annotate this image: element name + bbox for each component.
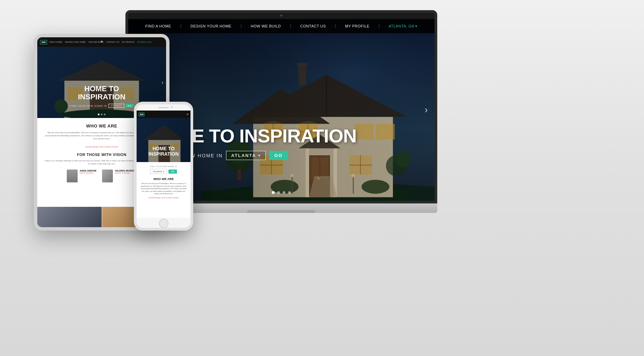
laptop-nav-how-we-build[interactable]: HOW WE BUILD [251, 24, 281, 28]
tablet-nav-my-profile[interactable]: MY PROFILE [122, 41, 134, 43]
phone-hero: HOME TO INSPIRATION [137, 118, 190, 162]
phone-content: FIND YOUR NEW HOME IN ATLANTA ▾ GO WHO W… [137, 162, 190, 218]
phone-hero-title: HOME TO INSPIRATION [137, 146, 190, 157]
tablet-member-title-2: Director of Design [115, 172, 137, 174]
laptop-nav-divider-5 [379, 24, 379, 28]
phone-hero-content: HOME TO INSPIRATION [137, 146, 190, 157]
tablet-avatar-placeholder-1 [67, 170, 78, 182]
laptop-nav-my-profile[interactable]: MY PROFILE [345, 24, 369, 28]
phone-hero-line1: HOME TO [153, 146, 175, 151]
tablet-subtitle-text: FIND YOUR NEW HOME IN [70, 105, 107, 107]
phone-body: AW ≡ HOME TO [134, 102, 193, 231]
phone-find-label: FIND YOUR NEW HOME IN [140, 165, 187, 167]
phone-city-row: ATLANTA ▾ GO [140, 169, 187, 174]
tablet-team-member-2: VALERIO MURARO Director of Design [102, 170, 137, 182]
laptop-camera [280, 15, 282, 17]
phone-city-selector[interactable]: ATLANTA ▾ [150, 169, 167, 174]
tablet-go-button[interactable]: GO [126, 104, 134, 107]
tablet-camera [101, 41, 103, 42]
laptop-nav-divider-1 [181, 24, 181, 28]
laptop-nav-divider-2 [241, 24, 241, 28]
tablet-bottom-img-1 [37, 207, 102, 227]
main-scene: FIND A HOME DESIGN YOUR HOME HOW WE BUIL… [0, 0, 644, 356]
tablet-member-info-1: ANNA SIMONE Interior Designer [80, 170, 97, 174]
tablet-hero-title-line2: INSPIRATION [78, 93, 125, 101]
tablet-nav-find-home[interactable]: FIND A HOME [49, 41, 62, 43]
laptop-navbar: FIND A HOME DESIGN YOUR HOME HOW WE BUIL… [128, 19, 435, 33]
tablet-avatar-placeholder-2 [102, 170, 113, 182]
tablet-city-selector[interactable]: ATLANTA [108, 104, 124, 108]
laptop-nav-divider-4 [335, 24, 336, 28]
tablet-carousel-dots [98, 114, 106, 115]
phone-go-button[interactable]: GO [168, 170, 177, 174]
phone-who-we-are-title: WHO WE ARE [140, 177, 187, 181]
laptop-city-chevron: ▾ [258, 154, 261, 157]
laptop-carousel-dots [272, 191, 291, 194]
laptop-dot-3[interactable] [283, 191, 285, 194]
tablet-dot-1[interactable] [98, 114, 100, 115]
phone-quote-author: Kenneth Balogh, CEO of Ashton Woods [140, 197, 187, 199]
tablet-dot-3[interactable] [104, 114, 106, 115]
tablet-hero-title-line1: HOME TO [84, 84, 119, 93]
laptop-nav-design-home[interactable]: DESIGN YOUR HOME [190, 24, 232, 28]
phone-hero-line2: INSPIRATION [148, 151, 179, 157]
laptop-arrow-right[interactable]: › [425, 104, 428, 115]
phone-city-chevron: ▾ [163, 170, 164, 173]
laptop-go-button[interactable]: GO [269, 151, 288, 160]
laptop-dot-2[interactable] [277, 191, 280, 194]
tablet-nav-location[interactable]: ATLANTA, GA ▾ [137, 41, 152, 43]
tablet-member-title-1: Interior Designer [80, 172, 97, 174]
phone-device: AW ≡ HOME TO [134, 102, 193, 231]
phone-home-button[interactable] [159, 219, 168, 228]
tablet-nav-contact-us[interactable]: CONTACT US [106, 41, 119, 43]
laptop-city-selector[interactable]: ATLANTA ▾ [226, 151, 265, 160]
tablet-hero-title: HOME TO INSPIRATION [37, 85, 166, 101]
phone-menu-icon[interactable]: ≡ [187, 113, 188, 116]
laptop-nav-location[interactable]: ATLANTA, GA ▾ [389, 24, 418, 28]
tablet-member-name-2: VALERIO MURARO [115, 170, 137, 172]
tablet-logo: AW [40, 40, 47, 44]
tablet-arrow-right[interactable]: › [162, 80, 163, 85]
tablet-avatar-2 [102, 170, 113, 182]
phone-city-label: ATLANTA [153, 171, 162, 173]
tablet-member-info-2: VALERIO MURARO Director of Design [115, 170, 137, 174]
phone-camera [171, 106, 173, 108]
laptop-nav-contact-us[interactable]: CONTACT US [300, 24, 326, 28]
tablet-nav-items: FIND A HOME DESIGN YOUR HOME HOW WE BUIL… [49, 41, 152, 43]
laptop-dot-1[interactable] [272, 191, 275, 194]
tablet-team-member-1: ANNA SIMONE Interior Designer [67, 170, 97, 182]
tablet-dot-2[interactable] [101, 114, 103, 115]
phone-screen: AW ≡ HOME TO [137, 111, 190, 218]
laptop-city-label: ATLANTA [231, 153, 256, 158]
phone-speaker [159, 107, 169, 108]
laptop-nav-items: FIND A HOME DESIGN YOUR HOME HOW WE BUIL… [145, 24, 417, 28]
phone-logo: AW [139, 113, 144, 116]
tablet-avatar-1 [67, 170, 78, 182]
laptop-nav-divider-3 [290, 24, 291, 28]
phone-navbar: AW ≡ [137, 111, 190, 118]
tablet-member-name-1: ANNA SIMONE [80, 170, 97, 172]
phone-who-we-are-text: We are more than just homebuilders. We a… [140, 182, 187, 195]
laptop-dot-4[interactable] [288, 191, 291, 194]
laptop-nav-find-home[interactable]: FIND A HOME [145, 24, 171, 28]
tablet-nav-design-home[interactable]: DESIGN YOUR HOME [65, 41, 86, 43]
